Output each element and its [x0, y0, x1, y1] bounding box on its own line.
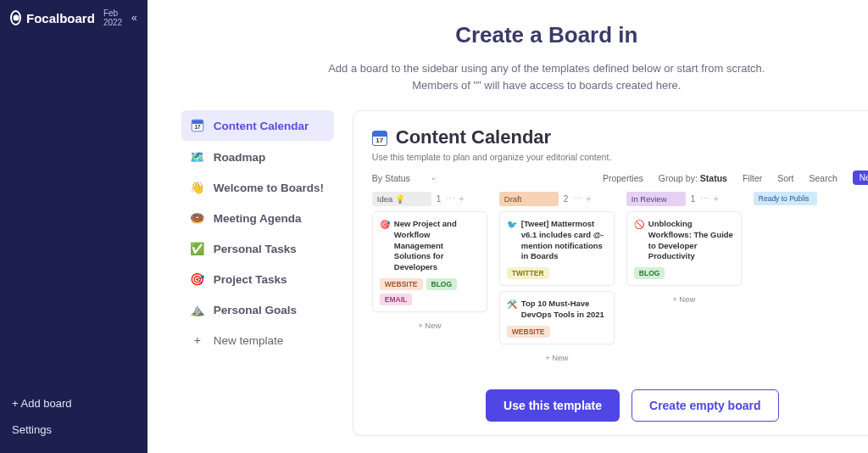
template-label: Personal Goals [214, 304, 297, 316]
template-icon: ✅ [190, 242, 205, 255]
template-preview-panel: 17 Content Calendar Use this template to… [353, 110, 868, 436]
template-label: Roadmap [214, 151, 266, 164]
template-icon: 17 [190, 118, 205, 133]
board-columns: Idea 💡1⋯+🎯New Project and Workflow Manag… [372, 192, 868, 374]
sort-button[interactable]: Sort [777, 173, 793, 183]
card-tags: WEBSITE [507, 326, 607, 338]
collapse-sidebar-icon[interactable]: « [131, 12, 137, 24]
template-label: Project Tasks [214, 273, 287, 286]
panel-actions: Use this template Create empty board [372, 389, 868, 422]
add-card-button[interactable]: + New [499, 350, 615, 366]
sidebar: Focalboard Feb 2022 « + Add board Settin… [0, 0, 147, 453]
group-by[interactable]: Group by: Status [659, 173, 727, 183]
column-header: Ready to Publis [754, 192, 868, 205]
column-header: In Review1⋯+ [626, 192, 742, 206]
column-header: Draft2⋯+ [499, 192, 615, 206]
brand-name: Focalboard [26, 11, 95, 25]
status-pill[interactable]: In Review [626, 192, 686, 206]
template-icon: 👋 [190, 181, 205, 194]
card-tags: WEBSITEBLOGEMAIL [380, 278, 480, 305]
status-pill[interactable]: Idea 💡 [372, 192, 431, 206]
new-card-button[interactable]: New ⌄ [853, 171, 868, 185]
tag: WEBSITE [507, 326, 550, 338]
card-tags: BLOG [634, 267, 734, 279]
calendar-icon: 17 [372, 129, 387, 147]
add-card-button[interactable]: + New [626, 291, 742, 307]
card-title: Top 10 Must-Have DevOps Tools in 2021 [521, 299, 607, 321]
tag: WEBSITE [380, 278, 423, 290]
card-title: Unblocking Workflows: The Guide to Devel… [648, 219, 734, 262]
board-column: Idea 💡1⋯+🎯New Project and Workflow Manag… [372, 192, 487, 374]
template-icon: ⛰️ [190, 303, 205, 316]
properties-button[interactable]: Properties [603, 173, 643, 183]
tag: TWITTER [507, 267, 549, 279]
sidebar-header: Focalboard Feb 2022 « [0, 0, 147, 36]
settings-button[interactable]: Settings [12, 417, 136, 443]
tag: EMAIL [380, 294, 412, 305]
tag: BLOG [426, 278, 458, 290]
page-title: Create a Board in [181, 22, 868, 48]
board-card[interactable]: 🎯New Project and Workflow Management Sol… [372, 211, 487, 312]
template-icon: 🗺️ [190, 150, 205, 164]
main: Create a Board in Add a board to the sid… [147, 0, 868, 453]
column-controls[interactable]: ⋯+ [700, 193, 718, 204]
template-icon: 🎯 [190, 272, 205, 286]
board-toolbar: By Status ⌄ Properties Group by: Status … [372, 171, 868, 185]
template-label: Personal Tasks [214, 243, 297, 255]
board-card[interactable]: 🛠️Top 10 Must-Have DevOps Tools in 2021W… [499, 291, 615, 344]
board-card[interactable]: 🐦[Tweet] Mattermost v6.1 includes card @… [499, 211, 615, 286]
status-pill[interactable]: Ready to Publis [754, 192, 818, 205]
brand-logo-icon [10, 10, 21, 25]
template-item-project-tasks[interactable]: 🎯Project Tasks [181, 265, 334, 294]
preview-title: Content Calendar [396, 126, 551, 148]
template-item-welcome-to-boards[interactable]: 👋Welcome to Boards! [181, 173, 334, 202]
board-column: In Review1⋯+🚫Unblocking Workflows: The G… [626, 192, 742, 374]
tag: BLOG [634, 267, 665, 279]
preview-subtitle: Use this template to plan and organize y… [372, 152, 868, 162]
search-button[interactable]: Search [810, 173, 837, 183]
sidebar-footer: + Add board Settings [0, 390, 147, 453]
template-label: Meeting Agenda [214, 212, 302, 225]
view-selector[interactable]: By Status ⌄ [372, 173, 437, 183]
create-empty-board-button[interactable]: Create empty board [632, 389, 778, 422]
status-pill[interactable]: Draft [499, 192, 559, 206]
card-icon: 🎯 [380, 219, 390, 273]
chevron-down-icon: ⌄ [431, 174, 437, 182]
template-item-personal-goals[interactable]: ⛰️Personal Goals [181, 295, 334, 324]
column-header: Idea 💡1⋯+ [372, 192, 487, 206]
new-template-item[interactable]: +New template [181, 326, 334, 355]
column-controls[interactable]: ⋯+ [573, 193, 591, 204]
board-column: Draft2⋯+🐦[Tweet] Mattermost v6.1 include… [499, 192, 615, 374]
template-item-personal-tasks[interactable]: ✅Personal Tasks [181, 234, 334, 263]
filter-button[interactable]: Filter [743, 173, 762, 183]
board-card[interactable]: 🚫Unblocking Workflows: The Guide to Deve… [626, 211, 742, 286]
template-icon: 🍩 [190, 211, 205, 225]
page-subtitle: Add a board to the sidebar using any of … [181, 60, 868, 93]
plus-icon: + [190, 333, 205, 347]
add-board-button[interactable]: + Add board [12, 390, 136, 417]
column-controls[interactable]: ⋯+ [446, 193, 464, 204]
template-item-roadmap[interactable]: 🗺️Roadmap [181, 143, 334, 171]
template-label: Welcome to Boards! [214, 182, 324, 194]
column-count: 1 [691, 194, 696, 204]
card-icon: 🛠️ [507, 299, 517, 321]
card-title: [Tweet] Mattermost v6.1 includes card @-… [521, 219, 607, 262]
board-column: Ready to Publis [754, 192, 868, 374]
card-title: New Project and Workflow Management Solu… [394, 219, 480, 273]
template-item-content-calendar[interactable]: 17Content Calendar [181, 110, 334, 141]
template-label: Content Calendar [214, 120, 309, 132]
card-icon: 🐦 [507, 219, 517, 262]
add-card-button[interactable]: + New [372, 317, 487, 333]
column-count: 2 [564, 194, 569, 204]
brand-sublabel: Feb 2022 [103, 8, 126, 27]
template-item-meeting-agenda[interactable]: 🍩Meeting Agenda [181, 204, 334, 232]
template-list: 17Content Calendar🗺️Roadmap👋Welcome to B… [181, 110, 334, 436]
column-count: 1 [437, 194, 442, 204]
card-tags: TWITTER [507, 267, 607, 279]
template-label: New template [214, 334, 284, 347]
use-template-button[interactable]: Use this template [486, 389, 620, 422]
card-icon: 🚫 [634, 219, 644, 262]
